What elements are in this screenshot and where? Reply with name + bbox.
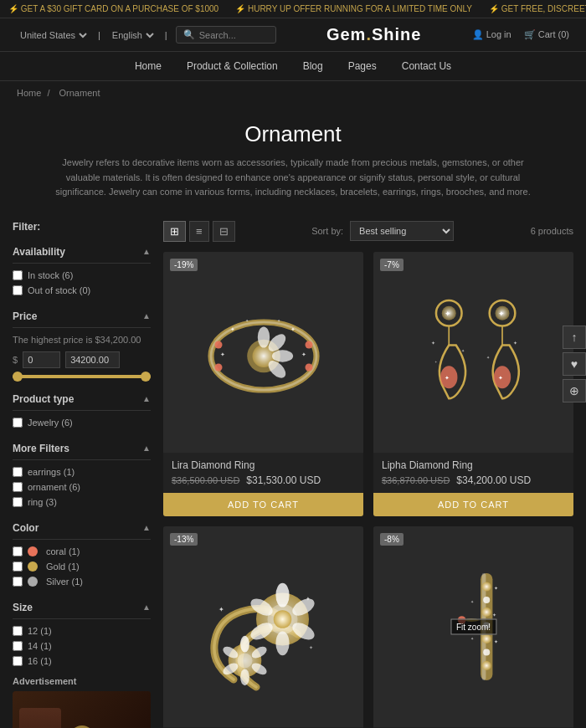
availability-header[interactable]: Availability ▲ [13,241,151,264]
product-card-2: -7% ✦ [373,252,573,516]
jewelry-label: Jewelry (6) [28,418,73,428]
logo-text1: Gem [326,25,366,44]
svg-point-45 [237,653,252,668]
marquee-item-2: ⚡ HURRY UP OFFER RUNNING FOR A LIMITED T… [235,4,472,13]
page-description: Jewelry refers to decorative items worn … [50,156,536,200]
page-title: Ornament [17,121,569,147]
ring-checkbox[interactable] [13,497,23,507]
svg-text:✦: ✦ [277,318,280,323]
nav-products[interactable]: Product & Collection [187,60,278,72]
svg-text:✦: ✦ [494,638,498,644]
ad-person [19,708,61,728]
main-layout: Filter: Availability ▲ In stock (6) Out … [0,208,586,728]
price-arrow: ▲ [142,311,151,320]
price-label: Price [13,310,37,322]
price-slider-right-handle[interactable] [141,372,151,382]
search-bar[interactable]: 🔍 Search... [176,26,276,44]
ornament-checkbox[interactable] [13,482,23,492]
product-card-1: -19% [163,252,363,516]
product-type-jewelry: Jewelry (6) [13,418,151,428]
breadcrumb-home[interactable]: Home [17,88,41,98]
size-header[interactable]: Size ▲ [13,597,151,619]
filter-label: Filter: [13,221,151,233]
marquee-item-1: ⚡ GET A $30 GIFT CARD ON A PURCHASE OF $… [8,4,218,13]
cart-link[interactable]: 🛒 Cart (0) [524,29,569,40]
search-icon: 🔍 [183,29,195,40]
svg-text:✦: ✦ [460,348,464,353]
size12-label: 12 (1) [28,626,52,636]
breadcrumb: Home / Ornament [0,81,586,105]
product-type-section: Product type ▲ Jewelry (6) [13,388,151,428]
size12-checkbox[interactable] [13,626,23,636]
outofstock-checkbox[interactable] [13,285,23,295]
instock-checkbox[interactable] [13,270,23,280]
add-to-cart-btn-1[interactable]: ADD TO CART [163,493,363,516]
floating-widget: ↑ ♥ ⊕ [563,326,586,402]
login-link[interactable]: 👤 Log in [472,29,511,40]
coral-checkbox[interactable] [13,546,23,556]
svg-point-59 [481,608,491,617]
product-grid: -19% [163,252,573,728]
add-to-cart-btn-2[interactable]: ADD TO CART [373,493,573,516]
svg-point-41 [275,631,289,655]
earrings-checkbox[interactable] [13,467,23,477]
product-card-4: -8% Fit zoom! [373,526,573,728]
availability-arrow: ▲ [142,247,151,256]
silver-checkbox[interactable] [13,577,23,587]
logo: Gem.Shine [326,25,421,44]
size14-checkbox[interactable] [13,641,23,651]
zoom-button[interactable]: ⊕ [563,379,586,402]
svg-point-11 [305,363,312,371]
svg-text:✦: ✦ [470,637,474,641]
more-filters-header[interactable]: More Filters ▲ [13,438,151,460]
svg-point-49 [240,669,249,685]
language-select[interactable]: English [109,29,157,41]
nav-contact[interactable]: Contact Us [402,60,451,72]
svg-text:✦: ✦ [244,318,248,323]
product-prices-2: $36,870.00 USD $34,200.00 USD [382,474,565,486]
view-compact-button[interactable]: ⊟ [213,221,235,242]
sort-select[interactable]: Best selling Price: Low to High Price: H… [350,221,454,241]
svg-text:✦: ✦ [486,355,490,360]
region-select[interactable]: United States [17,29,90,41]
wishlist-button[interactable]: ♥ [563,352,586,376]
price-slider-left-handle[interactable] [13,372,23,382]
view-grid-button[interactable]: ⊞ [163,221,186,242]
color-header[interactable]: Color ▲ [13,517,151,540]
price-slider[interactable] [13,375,151,378]
price-header[interactable]: Price ▲ [13,305,151,328]
product-price-old-2: $36,870.00 USD [382,475,450,485]
svg-text:✦: ✦ [512,341,517,346]
product-image-3: -13% [163,526,363,727]
price-min-input[interactable] [23,351,60,368]
ornament-label: ornament (6) [28,482,80,492]
nav-blog[interactable]: Blog [303,60,323,72]
nav-home[interactable]: Home [135,60,162,72]
nav-pages[interactable]: Pages [348,60,377,72]
price-section: Price ▲ The highest price is $34,200.00 … [13,305,151,378]
coral-label: coral (1) [46,546,80,556]
size16-label: 16 (1) [28,656,52,666]
size14-label: 14 (1) [28,641,52,651]
jewelry-checkbox[interactable] [13,418,23,428]
price-display: The highest price is $34,200.00 [13,335,151,345]
gold-checkbox[interactable] [13,561,23,572]
svg-text:✦: ✦ [470,600,474,604]
product-image-1: -19% [163,252,363,453]
product-type-label: Product type [13,393,74,405]
svg-point-61 [481,634,491,643]
svg-text:✦: ✦ [431,341,435,346]
scroll-top-button[interactable]: ↑ [563,326,586,349]
product-badge-1: -19% [170,259,198,271]
price-max-input[interactable] [65,351,120,368]
breadcrumb-separator: / [47,88,52,98]
svg-point-8 [214,341,222,348]
svg-point-4 [257,326,269,347]
size-section: Size ▲ 12 (1) 14 (1) 16 (1) [13,597,151,666]
view-list-button[interactable]: ≡ [189,221,209,242]
size16-checkbox[interactable] [13,656,23,666]
color-label: Color [13,522,39,534]
filter-ornament: ornament (6) [13,482,151,492]
silver-dot [28,577,38,587]
product-type-header[interactable]: Product type ▲ [13,388,151,411]
